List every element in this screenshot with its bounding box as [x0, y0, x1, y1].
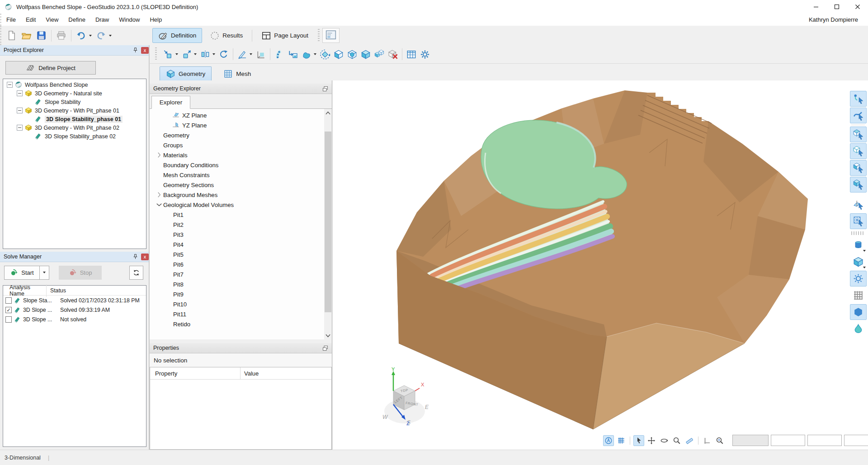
- geometry-explorer-item[interactable]: Pit10: [150, 299, 332, 309]
- view-extrusions-toggle-dropdown[interactable]: [863, 250, 866, 252]
- view-volumes-toggle[interactable]: [850, 254, 867, 270]
- geometry-explorer-item[interactable]: Pit4: [150, 240, 332, 249]
- toolbar-redo[interactable]: [94, 29, 108, 42]
- geometry-explorer-item[interactable]: Pit6: [150, 259, 332, 269]
- view-extrusions-toggle[interactable]: [850, 237, 867, 253]
- tab-geometry[interactable]: Geometry: [160, 66, 212, 80]
- water-toggle[interactable]: [850, 321, 867, 337]
- geometry-explorer-item[interactable]: Retido: [150, 319, 332, 329]
- toolbar-save-file[interactable]: [35, 29, 48, 42]
- mode-definition[interactable]: Definition: [152, 28, 202, 43]
- sphere-volume-tool[interactable]: [345, 48, 359, 61]
- import-geometry-tool[interactable]: [286, 48, 300, 61]
- tree-expander-icon[interactable]: [155, 151, 163, 159]
- toolbar-redo-dropdown[interactable]: [109, 35, 112, 37]
- select-cursor-tool[interactable]: [633, 435, 644, 446]
- draw-axes-tool[interactable]: [254, 48, 268, 61]
- pan-tool[interactable]: [646, 435, 657, 446]
- analysis-row[interactable]: 3D Slope ...Not solved: [3, 315, 146, 324]
- close-button[interactable]: [847, 0, 868, 14]
- resize-region-tool-dropdown[interactable]: [194, 53, 197, 55]
- maximize-button[interactable]: [826, 0, 847, 14]
- mode-page-layout[interactable]: Page Layout: [255, 28, 314, 43]
- scrollbar-thumb[interactable]: [325, 132, 331, 312]
- mirror-geometry-tool[interactable]: [198, 48, 212, 61]
- stop-solve-button[interactable]: Stop: [59, 266, 102, 280]
- menu-window[interactable]: Window: [114, 14, 145, 25]
- geometry-explorer-item[interactable]: Pit2: [150, 220, 332, 230]
- tree-expander-icon[interactable]: [17, 108, 23, 113]
- geometry-explorer-item[interactable]: Pit5: [150, 249, 332, 259]
- project-tree-item[interactable]: 3D Geometry - With Pit_phase 02: [3, 123, 146, 132]
- shading-toggle[interactable]: [850, 304, 867, 320]
- measure-tool[interactable]: [684, 435, 695, 446]
- close-panel-icon[interactable]: x: [141, 47, 149, 54]
- project-tree-item[interactable]: Wolfpass Benched Slope: [3, 80, 146, 89]
- project-tree-item[interactable]: Slope Stability: [3, 98, 146, 106]
- revolve-surface-tool[interactable]: [318, 48, 332, 61]
- draw-surface-tool[interactable]: [300, 48, 313, 61]
- project-tree-item[interactable]: 3D Slope Stability_phase 02: [3, 132, 146, 141]
- geometry-explorer-item[interactable]: Groups: [150, 140, 332, 150]
- delete-geometry-tool[interactable]: [386, 48, 400, 61]
- float-panel-icon[interactable]: [321, 344, 329, 352]
- select-regions-filter[interactable]: [850, 160, 867, 176]
- menu-help[interactable]: Help: [145, 14, 167, 25]
- analysis-row[interactable]: ✓3D Slope ...Solved 09:33:19 AM: [3, 305, 146, 315]
- model-viewport[interactable]: W S E TOP FRONT LEFT Y X Z: [333, 80, 868, 450]
- grid-toggle[interactable]: [616, 435, 627, 446]
- close-panel-icon[interactable]: x: [141, 254, 149, 260]
- scroll-up-icon[interactable]: [324, 109, 332, 117]
- mirror-geometry-tool-dropdown[interactable]: [212, 53, 215, 55]
- view-cube[interactable]: W S E TOP FRONT LEFT Y X Z: [378, 367, 431, 430]
- select-faces-filter[interactable]: [850, 127, 867, 142]
- analysis-checkbox[interactable]: ✓: [5, 307, 12, 313]
- menu-draw[interactable]: Draw: [90, 14, 114, 25]
- tab-mesh[interactable]: Mesh: [217, 66, 257, 80]
- zoom-tool[interactable]: [671, 435, 682, 446]
- define-project-button[interactable]: Define Project: [5, 61, 96, 75]
- tree-expander-icon[interactable]: [7, 82, 13, 88]
- minimize-button[interactable]: [806, 0, 826, 14]
- tree-expander-icon[interactable]: [155, 201, 163, 209]
- zoom-window-tool[interactable]: [714, 435, 725, 446]
- tab-explorer[interactable]: Explorer: [151, 96, 190, 109]
- merge-volumes-tool[interactable]: [373, 48, 386, 61]
- geometry-explorer-item[interactable]: Boundary Conditions: [150, 160, 332, 170]
- geometry-explorer-item[interactable]: Geometry: [150, 130, 332, 140]
- view-volumes-toggle-dropdown[interactable]: [863, 267, 866, 268]
- draw-surface-tool-dropdown[interactable]: [314, 53, 316, 55]
- analysis-row[interactable]: Slope Sta...Solved 02/17/2023 02:31:18 P…: [3, 296, 146, 305]
- analysis-checkbox[interactable]: [5, 316, 12, 323]
- extrude-volume-tool[interactable]: [332, 48, 345, 61]
- select-mesh-filter[interactable]: [850, 213, 867, 229]
- geometry-explorer-item[interactable]: YZ Plane: [150, 120, 332, 130]
- project-tree-item[interactable]: 3D Geometry - Natural site: [3, 89, 146, 98]
- start-solve-button[interactable]: Start: [4, 266, 40, 280]
- geometry-explorer-item[interactable]: Pit11: [150, 309, 332, 319]
- rotate-geometry-tool[interactable]: [217, 48, 231, 61]
- tree-expander-icon[interactable]: [17, 90, 23, 96]
- geometry-explorer-item[interactable]: Pit9: [150, 289, 332, 299]
- geometry-explorer-item[interactable]: Geological Model Volumes: [150, 200, 332, 210]
- menu-file[interactable]: File: [1, 14, 21, 25]
- draw-geometry-tool[interactable]: [236, 48, 249, 61]
- geometry-explorer-item[interactable]: Mesh Constraints: [150, 170, 332, 180]
- settings-tool[interactable]: [418, 48, 432, 61]
- select-volumes-filter[interactable]: [850, 177, 867, 193]
- scrollbar[interactable]: [324, 109, 332, 339]
- start-solve-dropdown[interactable]: [40, 266, 49, 280]
- select-curves-filter[interactable]: [850, 108, 867, 123]
- menu-edit[interactable]: Edit: [21, 14, 41, 25]
- project-tree-item[interactable]: 3D Geometry - With Pit_phase 01: [3, 106, 146, 115]
- geometry-explorer-item[interactable]: Background Meshes: [150, 190, 332, 200]
- float-panel-icon[interactable]: [321, 85, 329, 92]
- cube-volume-tool[interactable]: [359, 48, 373, 61]
- annotations-toggle[interactable]: [603, 435, 614, 446]
- scroll-down-icon[interactable]: [324, 332, 332, 339]
- move-points-tool-dropdown[interactable]: [175, 53, 178, 55]
- mode-results[interactable]: Results: [204, 28, 249, 43]
- toolbar-open-file[interactable]: [20, 29, 33, 42]
- refresh-solve-button[interactable]: [129, 266, 143, 280]
- geometry-explorer-item[interactable]: Pit7: [150, 269, 332, 279]
